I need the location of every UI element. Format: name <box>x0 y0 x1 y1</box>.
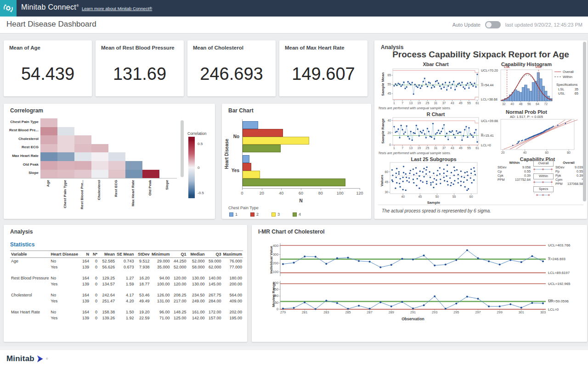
capplot-within-header: Within <box>498 161 531 165</box>
observation-xlabel: Observation <box>280 317 546 321</box>
x-tick <box>321 188 321 190</box>
legend-title: Chest Pain Type <box>228 206 259 210</box>
svg-text:72: 72 <box>544 102 548 106</box>
kpi-value: 149.607 <box>279 64 368 84</box>
stat-label: Cp <box>498 169 502 173</box>
specifications-title: Specifications <box>556 83 577 87</box>
panel-scrollbar[interactable] <box>583 42 586 201</box>
within-line-swatch <box>554 77 561 77</box>
stat-label: Pp <box>555 169 560 173</box>
subgroups-ylabel: Values <box>380 169 384 192</box>
panel-title: Analysis <box>10 229 33 235</box>
panel-scrollbar[interactable] <box>181 120 184 177</box>
page-header: Heart Disease Dashboard Auto Update last… <box>0 17 588 33</box>
svg-text:301: 301 <box>519 310 524 314</box>
individual-ylabel: Individual Value <box>269 241 278 278</box>
spec-label: LSL <box>558 87 564 91</box>
svg-text:LCL=38.68: LCL=38.68 <box>481 97 498 101</box>
bar-chart-panel: Bar Chart Heart Disease N Chest Pain Typ… <box>222 104 371 219</box>
correlogram-col-label: Age <box>46 180 52 220</box>
correlogram-cell <box>40 118 57 127</box>
legend-swatch <box>271 212 276 217</box>
correlogram-cell <box>125 161 142 170</box>
svg-text:293: 293 <box>432 310 437 314</box>
legend-item-cp3: 3 <box>271 212 280 217</box>
svg-text:281: 281 <box>302 310 307 314</box>
svg-text:30: 30 <box>384 190 388 194</box>
svg-text:LCL=0: LCL=0 <box>481 143 491 147</box>
minitab-wordmark: Minitab <box>6 354 34 363</box>
column-header: Mean <box>98 251 116 258</box>
correlogram-cell <box>40 161 57 170</box>
kpi-label: Mean of Age <box>9 45 40 50</box>
legend-swatch <box>229 212 233 217</box>
svg-text:279: 279 <box>280 310 286 314</box>
bar-yes-cp1 <box>243 155 249 163</box>
stat-value: 0.39 <box>524 173 531 178</box>
statistics-table: VariableHeart DiseaseNN*MeanSE MeanStDev… <box>10 251 243 321</box>
svg-text:UCL=70.20: UCL=70.20 <box>481 68 498 72</box>
capplot-box-specs: Specs <box>533 186 554 192</box>
svg-text:285: 285 <box>345 310 351 314</box>
stat-label: StDev <box>555 165 565 169</box>
minitab-connect-logo <box>0 0 17 17</box>
stat-label: PPM <box>498 178 505 182</box>
svg-text:13: 13 <box>409 146 413 150</box>
kpi-label: Mean of Cholesterol <box>193 45 243 50</box>
xbar-note: Tests are performed with unequal sample … <box>378 106 451 110</box>
svg-text:31: 31 <box>434 146 438 150</box>
svg-text:25: 25 <box>426 146 430 150</box>
x-tick-label: 80 <box>314 191 328 195</box>
svg-text:13: 13 <box>409 101 413 105</box>
correlogram-row-label: Max Heart Rate <box>4 154 39 158</box>
column-header: Q3 <box>206 251 222 258</box>
legend-label: 4 <box>299 212 301 217</box>
legend-swatch <box>250 212 254 217</box>
svg-text:49: 49 <box>459 146 463 150</box>
statistics-panel: Analysis Statistics VariableHeart Diseas… <box>4 225 247 342</box>
toggle-knob <box>486 22 492 28</box>
column-header: Variable <box>10 251 50 258</box>
column-header: Heart Disease <box>50 251 79 258</box>
svg-text:43: 43 <box>451 146 454 150</box>
correlogram-cell <box>74 152 91 161</box>
capplot-overall-row: Ppk0.39 <box>555 173 583 178</box>
subgroups-xlabel: Sample <box>390 201 477 205</box>
svg-text:20: 20 <box>387 131 391 134</box>
correlogram-cell <box>40 144 57 153</box>
correlogram-row-label: Slope <box>4 171 39 175</box>
svg-text:40: 40 <box>401 195 405 198</box>
svg-text:0: 0 <box>277 307 278 311</box>
x-tick <box>360 188 360 190</box>
table-row: Yes1390134.571.5918.77100.00120.00130.00… <box>10 281 243 287</box>
stat-value: 137068.58 <box>567 182 583 186</box>
svg-text:43: 43 <box>451 101 454 105</box>
svg-text:37: 37 <box>442 146 446 150</box>
correlogram-cell <box>57 170 74 178</box>
column-header: Maximum <box>222 251 243 258</box>
legend-label: 1 <box>235 212 237 217</box>
learn-more-link[interactable]: Learn more about Minitab Connect® <box>82 6 152 11</box>
svg-text:UCL=39.66: UCL=39.66 <box>481 119 498 123</box>
minitab-flag-icon <box>37 355 44 362</box>
spec-value: 35 <box>575 87 578 91</box>
bar-no-cp1 <box>243 121 258 129</box>
correlogram-cell <box>91 161 108 170</box>
table-row: CholesterolNo1640242.644.1753.46126.0020… <box>10 292 243 298</box>
svg-text:LCL=0: LCL=0 <box>548 307 559 312</box>
auto-update-toggle[interactable] <box>485 21 501 28</box>
legend-item-cp4: 4 <box>293 212 301 217</box>
correlogram-cell <box>57 135 74 144</box>
bar-yes-cp2 <box>243 163 251 171</box>
kpi-value: 54.439 <box>4 64 92 84</box>
svg-text:56: 56 <box>527 102 531 106</box>
correlogram-cell <box>40 152 57 161</box>
svg-text:32: 32 <box>502 102 506 106</box>
kpi-card-mean-rest-bp: Mean of Rest Blood Pressure 131.69 <box>96 40 184 96</box>
sync-gear-icon <box>3 3 14 14</box>
stat-label: StDev <box>498 165 507 169</box>
spec-row: USL65 <box>558 91 578 95</box>
correlogram-col-label: Rest Blood Pre... <box>80 180 86 220</box>
legend-label: 2 <box>256 212 259 217</box>
horizontal-scrollbar[interactable] <box>0 346 588 350</box>
